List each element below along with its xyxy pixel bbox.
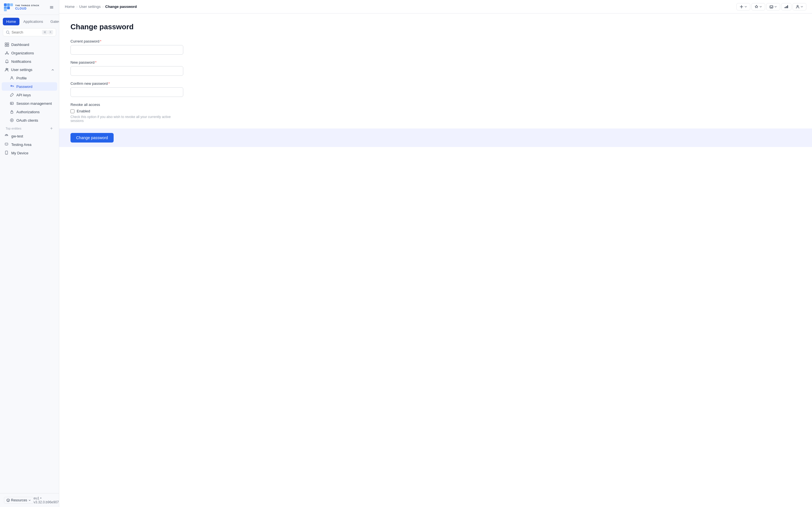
breadcrumb-user-settings[interactable]: User settings — [79, 4, 101, 9]
organizations-icon — [4, 51, 9, 55]
topbar-bookmarks-button[interactable] — [751, 3, 765, 10]
nav-tab-applications[interactable]: Applications — [20, 18, 47, 25]
svg-rect-32 — [5, 143, 8, 145]
user-settings-label: User settings — [11, 68, 33, 72]
sidebar-item-user-settings[interactable]: User settings — [2, 66, 57, 74]
version-label: eu1 • v3.32.0.b96e907c31 — [34, 496, 59, 504]
sidebar-item-label: Dashboard — [11, 43, 29, 47]
content: Change password Current password* New pa… — [59, 13, 812, 507]
user-icon — [796, 5, 800, 9]
sidebar-sub-item-authorizations[interactable]: Authorizations — [2, 108, 57, 116]
svg-rect-6 — [50, 6, 53, 7]
sidebar-item-organizations[interactable]: Organizations — [2, 49, 57, 57]
svg-rect-44 — [787, 5, 788, 8]
chevron-down-icon — [28, 499, 31, 502]
revoke-checkbox-label[interactable]: Enabled — [77, 109, 90, 113]
svg-point-35 — [6, 154, 6, 154]
topbar-analytics-button[interactable] — [781, 3, 792, 10]
chevron-down-icon — [774, 5, 777, 8]
sidebar-sub-item-session[interactable]: Session management — [2, 99, 57, 108]
breadcrumb-current: Change password — [105, 4, 137, 9]
topbar-inbox-button[interactable] — [766, 3, 780, 10]
session-icon — [10, 101, 14, 106]
svg-point-31 — [6, 135, 7, 136]
entity-label: Testing Area — [11, 143, 32, 147]
logo-text: THE THINGS STACK CLOUD — [15, 4, 40, 10]
sidebar-nav: Dashboard Organizations Notifications Us… — [0, 39, 59, 493]
sidebar-item-dashboard[interactable]: Dashboard — [2, 40, 57, 49]
change-password-form: Current password* New password* Confirm … — [70, 39, 183, 123]
page-title: Change password — [70, 22, 801, 31]
svg-rect-14 — [7, 45, 9, 47]
confirm-password-input[interactable] — [70, 87, 183, 97]
resources-button[interactable]: Resources — [4, 497, 34, 504]
breadcrumb-home[interactable]: Home — [65, 4, 75, 9]
svg-point-24 — [13, 87, 13, 87]
new-password-input[interactable] — [70, 66, 183, 76]
sidebar-collapse-button[interactable] — [48, 4, 55, 10]
required-star2: * — [95, 60, 96, 64]
sidebar-item-notifications[interactable]: Notifications — [2, 57, 57, 66]
topbar-add-button[interactable] — [737, 3, 750, 10]
sidebar-sub-item-oauth[interactable]: OAuth clients — [2, 116, 57, 124]
svg-point-18 — [6, 68, 7, 70]
svg-point-30 — [11, 120, 12, 121]
nav-tabs: Home Applications Gateways — [0, 15, 59, 25]
sidebar-sub-item-password[interactable]: Password — [2, 82, 57, 91]
breadcrumb-sep1: › — [77, 4, 78, 9]
search-icon — [6, 31, 10, 34]
top-entities-add-button[interactable]: + — [50, 126, 53, 131]
entity-label: gw-test — [11, 134, 23, 138]
topbar-user-button[interactable] — [793, 3, 806, 10]
revoke-checkbox-row: Enabled — [70, 109, 183, 113]
svg-point-19 — [8, 69, 8, 69]
svg-rect-11 — [5, 43, 7, 45]
svg-point-45 — [797, 5, 799, 7]
brand-top: THE THINGS STACK — [15, 4, 40, 7]
sidebar-sub-item-label: API keys — [16, 93, 31, 97]
svg-rect-4 — [7, 6, 10, 9]
svg-rect-13 — [5, 45, 7, 47]
current-password-label: Current password* — [70, 39, 183, 43]
search-box[interactable]: ⌘ K — [3, 28, 56, 36]
sidebar-item-label: Organizations — [11, 51, 34, 55]
password-icon — [10, 84, 14, 89]
gateway-icon — [4, 134, 9, 138]
user-settings-icon — [4, 68, 9, 72]
notifications-icon — [4, 59, 9, 64]
entity-item-testing-area[interactable]: Testing Area — [2, 140, 57, 149]
sidebar-sub-item-api-keys[interactable]: API keys — [2, 91, 57, 99]
device-icon — [4, 142, 9, 147]
svg-rect-34 — [5, 151, 8, 154]
search-shortcut: ⌘ K — [42, 30, 53, 34]
revoke-checkbox[interactable] — [70, 109, 74, 113]
sidebar-sub-item-label: Authorizations — [16, 110, 40, 114]
chevron-down-icon — [759, 5, 762, 8]
svg-point-23 — [12, 87, 12, 87]
search-input[interactable] — [11, 30, 40, 34]
sidebar-sub-item-label: Profile — [16, 76, 27, 80]
sidebar-sub-item-profile[interactable]: Profile — [2, 74, 57, 82]
entity-item-gw-test[interactable]: gw-test — [2, 132, 57, 140]
svg-point-29 — [10, 119, 13, 122]
form-footer: Change password — [59, 128, 812, 147]
revoke-title: Revoke all access — [70, 103, 183, 107]
svg-rect-28 — [11, 112, 13, 114]
dashboard-icon — [4, 42, 9, 47]
svg-rect-1 — [7, 3, 10, 6]
topbar-actions — [737, 3, 806, 10]
submit-button[interactable]: Change password — [70, 133, 114, 143]
breadcrumb: Home › User settings › Change password — [65, 4, 137, 9]
nav-tab-gateways[interactable]: Gateways — [47, 18, 59, 25]
chevron-down-icon — [801, 5, 803, 8]
current-password-input[interactable] — [70, 45, 183, 55]
sidebar-sub-item-label: Password — [16, 84, 33, 89]
svg-point-17 — [8, 54, 8, 54]
top-entities-header: Top entities + — [2, 124, 57, 132]
plus-icon — [740, 5, 744, 9]
svg-rect-7 — [50, 7, 53, 8]
nav-tab-home[interactable]: Home — [3, 18, 19, 25]
entity-item-my-device[interactable]: My Device — [2, 149, 57, 157]
confirm-password-label: Confirm new password* — [70, 81, 183, 86]
api-keys-icon — [10, 93, 14, 97]
